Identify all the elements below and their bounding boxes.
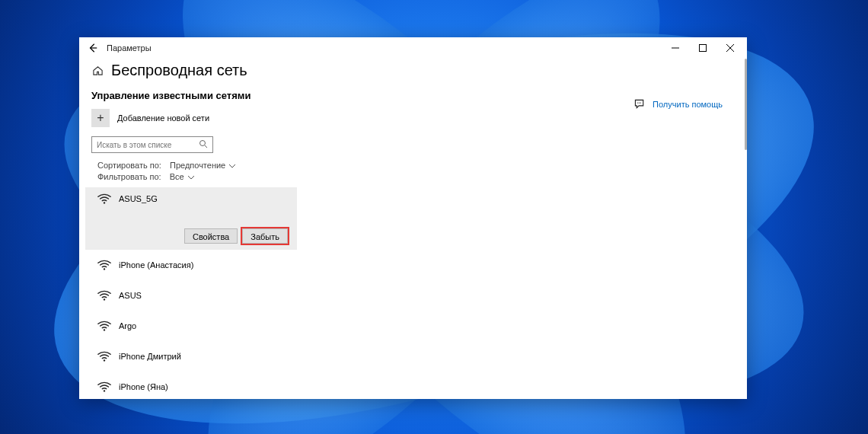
network-item[interactable]: iPhone (Яна) <box>85 372 747 399</box>
filter-value: Все <box>170 172 184 181</box>
network-name: Argo <box>119 321 136 330</box>
search-icon <box>199 139 209 150</box>
svg-point-13 <box>104 329 105 330</box>
window-title: Параметры <box>107 43 152 53</box>
svg-rect-5 <box>700 45 707 52</box>
page-subtitle: Управление известными сетями <box>85 87 747 106</box>
page-header: Беспроводная сеть <box>79 59 747 87</box>
network-list: ASUS_5GСвойстваЗабыть iPhone (Анастасия)… <box>85 187 747 399</box>
svg-point-15 <box>104 390 105 391</box>
network-name: ASUS <box>119 291 142 300</box>
network-item[interactable]: iPhone Дмитрий <box>85 341 747 372</box>
filter-label: Фильтровать по: <box>97 172 161 181</box>
home-icon[interactable] <box>91 65 104 77</box>
chevron-down-icon <box>228 161 236 170</box>
search-input[interactable] <box>91 136 213 153</box>
minimize-button[interactable] <box>662 37 689 59</box>
wifi-icon <box>97 349 111 363</box>
chevron-down-icon <box>187 172 195 181</box>
maximize-button[interactable] <box>689 37 716 59</box>
svg-point-12 <box>104 298 105 300</box>
page-title: Беспроводная сеть <box>111 62 247 79</box>
network-name: ASUS_5G <box>119 194 158 203</box>
sort-label: Сортировать по: <box>97 161 161 170</box>
forget-button[interactable]: Забыть <box>242 228 288 244</box>
wifi-icon <box>97 289 111 302</box>
settings-window: Параметры Беспроводная сеть Получить пом… <box>79 37 747 399</box>
wifi-icon <box>97 192 111 206</box>
search-field[interactable] <box>95 140 199 150</box>
scrollbar[interactable] <box>742 59 747 399</box>
window-titlebar: Параметры <box>79 37 747 59</box>
svg-point-14 <box>104 359 105 361</box>
network-item-selected[interactable]: ASUS_5GСвойстваЗабыть <box>85 187 297 250</box>
wifi-icon <box>97 319 111 333</box>
wifi-icon <box>97 380 111 394</box>
network-name: iPhone Дмитрий <box>119 352 181 361</box>
svg-point-10 <box>104 202 105 203</box>
svg-point-9 <box>200 141 206 146</box>
close-button[interactable] <box>716 37 744 59</box>
back-button[interactable] <box>85 40 101 56</box>
network-item[interactable]: ASUS <box>85 280 747 311</box>
add-network-label: Добавление новой сети <box>117 113 209 123</box>
plus-icon: + <box>91 109 110 127</box>
network-item[interactable]: iPhone (Анастасия) <box>85 250 747 280</box>
properties-button[interactable]: Свойства <box>184 228 238 244</box>
filter-dropdown[interactable]: Фильтровать по: Все <box>97 172 747 181</box>
wifi-icon <box>97 258 111 272</box>
window-body: Беспроводная сеть Получить помощь Управл… <box>79 59 747 399</box>
network-item[interactable]: Argo <box>85 311 747 341</box>
network-name: iPhone (Анастасия) <box>119 260 193 270</box>
scrollbar-thumb[interactable] <box>745 59 747 150</box>
sort-value: Предпочтение <box>170 161 225 170</box>
network-name: iPhone (Яна) <box>119 382 168 391</box>
svg-point-11 <box>104 268 105 270</box>
add-network-button[interactable]: + Добавление новой сети <box>85 106 747 136</box>
sort-dropdown[interactable]: Сортировать по: Предпочтение <box>97 161 747 170</box>
